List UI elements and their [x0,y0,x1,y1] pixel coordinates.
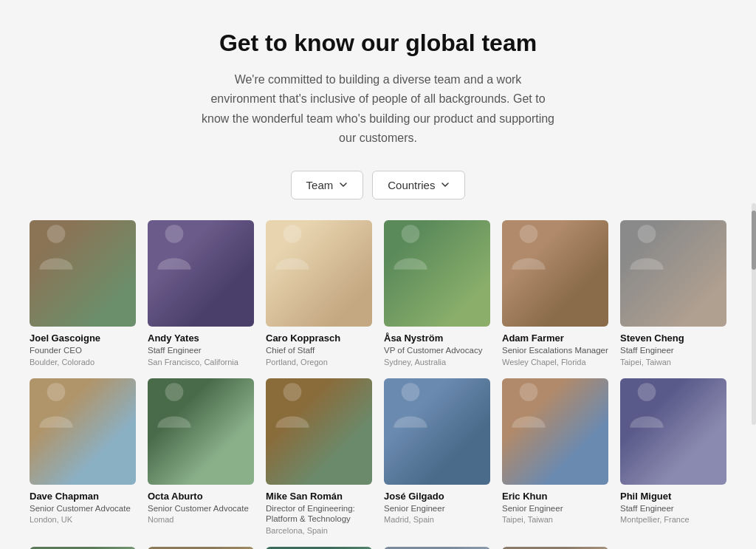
card-role: VP of Customer Advocacy [384,345,490,356]
team-card-photo [384,378,490,485]
card-location: Wesley Chapel, Florida [502,358,608,366]
team-card-photo [266,378,372,485]
team-card-photo [30,220,136,327]
page-subtitle: We're committed to building a diverse te… [201,70,555,149]
team-filter-button[interactable]: Team [291,171,364,200]
svg-point-11 [638,383,656,401]
card-role: Director of Engineering: Platform & Tech… [266,503,372,525]
card-location: Sydney, Australia [384,358,490,366]
page-title: Get to know our global team [30,30,726,57]
team-chevron-icon [339,180,348,189]
card-role: Senior Customer Advocate [148,503,254,514]
team-card[interactable]: Phil MiguetStaff EngineerMontpellier, Fr… [620,378,726,536]
filters: Team Countries [30,171,726,200]
card-location: Montpellier, France [620,515,726,524]
card-name: Dave Chapman [30,491,136,502]
team-card[interactable]: Eric KhunSenior EngineerTaipei, Taiwan [502,378,608,536]
countries-filter-label: Countries [388,179,435,191]
team-card[interactable]: Adam FarmerSenior Escalations ManagerWes… [502,220,608,366]
team-card[interactable]: Andy YatesStaff EngineerSan Francisco, C… [148,220,254,366]
card-name: Eric Khun [502,491,608,502]
svg-point-6 [47,383,66,401]
svg-point-10 [520,383,538,401]
svg-point-1 [165,225,184,243]
team-card-photo [266,220,372,327]
card-role: Senior Engineer [384,503,490,514]
team-card-photo [384,220,490,327]
team-card[interactable]: Åsa NyströmVP of Customer AdvocacySydney… [384,220,490,366]
card-location: Taipei, Taiwan [620,358,726,366]
svg-point-8 [284,383,302,401]
svg-point-0 [47,225,66,243]
team-card-photo [148,378,254,485]
svg-point-7 [165,383,184,401]
card-name: Caro Kopprasch [266,333,372,344]
team-card-photo [502,378,608,485]
team-card[interactable]: Octa AburtoSenior Customer AdvocateNomad [148,378,254,536]
card-location: Boulder, Colorado [30,358,136,366]
team-card-photo [30,378,136,485]
card-location: San Francisco, California [148,358,254,366]
team-filter-label: Team [306,179,334,191]
card-role: Chief of Staff [266,345,372,356]
team-card-photo [502,220,608,327]
card-name: Phil Miguet [620,491,726,502]
countries-filter-button[interactable]: Countries [372,171,465,200]
team-card[interactable]: Dave ChapmanSenior Customer AdvocateLond… [30,378,136,536]
team-card[interactable]: José GilgadoSenior EngineerMadrid, Spain [384,378,490,536]
card-role: Founder CEO [30,345,136,356]
card-name: Andy Yates [148,333,254,344]
team-card[interactable]: Mike San RománDirector of Engineering: P… [266,378,372,536]
card-name: Åsa Nyström [384,333,490,344]
header-section: Get to know our global team We're commit… [30,30,726,149]
scrollbar-thumb[interactable] [752,211,756,270]
card-role: Senior Escalations Manager [502,345,608,356]
team-card-photo [620,220,726,327]
svg-point-5 [638,225,656,243]
card-role: Staff Engineer [620,345,726,356]
card-name: Joel Gascoigne [30,333,136,344]
card-location: Barcelona, Spain [266,526,372,535]
team-card[interactable]: Caro KoppraschChief of StaffPortland, Or… [266,220,372,366]
team-card-photo [620,378,726,485]
card-role: Staff Engineer [148,345,254,356]
svg-point-3 [402,225,420,243]
team-grid: Joel GascoigneFounder CEOBoulder, Colora… [30,220,726,549]
card-location: Portland, Oregon [266,358,372,366]
card-location: London, UK [30,515,136,524]
team-card-photo [148,220,254,327]
card-name: Adam Farmer [502,333,608,344]
card-role: Senior Engineer [502,503,608,514]
team-card[interactable]: Steven ChengStaff EngineerTaipei, Taiwan [620,220,726,366]
card-location: Nomad [148,515,254,524]
countries-chevron-icon [441,180,450,189]
team-card[interactable]: Joel GascoigneFounder CEOBoulder, Colora… [30,220,136,366]
card-name: José Gilgado [384,491,490,502]
svg-point-4 [520,225,538,243]
card-name: Octa Aburto [148,491,254,502]
card-role: Senior Customer Advocate [30,503,136,514]
card-name: Steven Cheng [620,333,726,344]
svg-point-2 [284,225,302,243]
card-location: Taipei, Taiwan [502,515,608,524]
card-role: Staff Engineer [620,503,726,514]
card-location: Madrid, Spain [384,515,490,524]
scrollbar-track[interactable] [752,203,756,425]
card-name: Mike San Román [266,491,372,502]
svg-point-9 [402,383,420,401]
